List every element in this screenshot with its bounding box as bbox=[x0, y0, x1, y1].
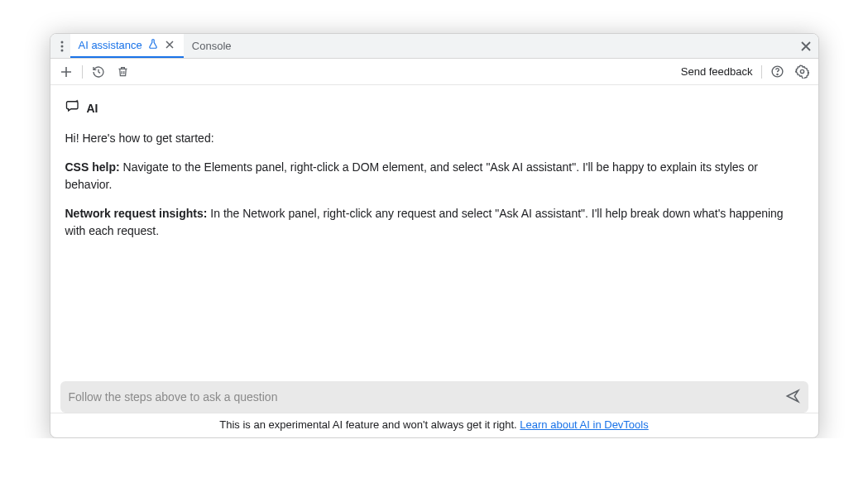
prompt-input[interactable] bbox=[69, 390, 785, 404]
svg-point-4 bbox=[777, 74, 778, 74]
close-tab-icon[interactable] bbox=[164, 39, 175, 51]
send-feedback-link[interactable]: Send feedback bbox=[681, 65, 755, 78]
tab-ai-assistance[interactable]: AI assistance bbox=[70, 34, 184, 58]
prompt-input-row bbox=[60, 381, 808, 413]
toolbar-divider bbox=[761, 65, 762, 79]
help-icon[interactable] bbox=[769, 63, 787, 81]
chat-content: AI Hi! Here's how to get started: CSS he… bbox=[50, 85, 818, 373]
network-label: Network request insights: bbox=[65, 207, 208, 220]
network-paragraph: Network request insights: In the Network… bbox=[65, 205, 803, 240]
svg-point-0 bbox=[60, 41, 63, 43]
css-help-paragraph: CSS help: Navigate to the Elements panel… bbox=[65, 159, 803, 193]
tab-bar: AI assistance Console bbox=[50, 34, 818, 59]
tab-label: Console bbox=[192, 40, 232, 52]
greeting-text: Hi! Here's how to get started: bbox=[65, 130, 803, 147]
new-chat-button[interactable] bbox=[57, 63, 75, 81]
svg-point-1 bbox=[60, 45, 63, 47]
send-icon[interactable] bbox=[785, 389, 800, 406]
settings-icon[interactable] bbox=[794, 63, 812, 81]
close-panel-icon[interactable] bbox=[800, 34, 812, 58]
css-help-text: Navigate to the Elements panel, right-cl… bbox=[65, 160, 758, 191]
toolbar-divider bbox=[82, 65, 83, 79]
input-area bbox=[50, 373, 818, 413]
svg-point-5 bbox=[800, 69, 803, 73]
ai-heading-label: AI bbox=[87, 100, 98, 117]
toolbar: Send feedback bbox=[50, 59, 818, 85]
delete-button[interactable] bbox=[114, 63, 132, 81]
learn-more-link[interactable]: Learn about AI in DevTools bbox=[520, 418, 648, 431]
tab-label: AI assistance bbox=[79, 39, 142, 51]
kebab-menu-icon[interactable] bbox=[54, 41, 70, 52]
flask-icon bbox=[147, 38, 159, 52]
experimental-footer: This is an experimental AI feature and w… bbox=[50, 413, 818, 437]
svg-point-2 bbox=[60, 49, 63, 51]
history-button[interactable] bbox=[89, 63, 108, 81]
tab-console[interactable]: Console bbox=[184, 34, 240, 58]
css-help-label: CSS help: bbox=[65, 160, 120, 174]
devtools-ai-panel: AI assistance Console Send feedback bbox=[50, 33, 819, 438]
ai-heading: AI bbox=[65, 98, 803, 118]
footer-text: This is an experimental AI feature and w… bbox=[219, 418, 520, 431]
sparkle-chat-icon bbox=[65, 98, 80, 118]
